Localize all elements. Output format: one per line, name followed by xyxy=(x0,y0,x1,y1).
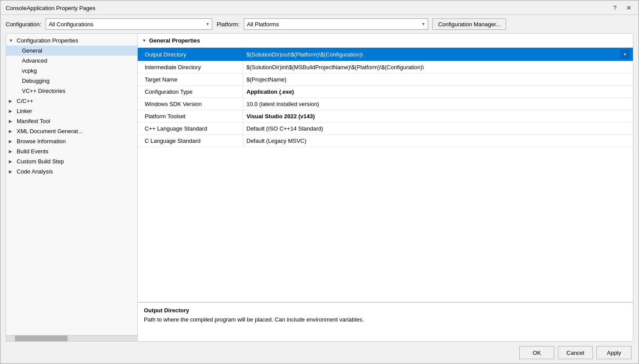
tree-item-build-events[interactable]: ▶Build Events xyxy=(6,146,137,156)
property-rows: Output Directory$(SolutionDir)out\$(Plat… xyxy=(138,48,633,147)
prop-value-platform-toolset: Visual Studio 2022 (v143) xyxy=(243,110,633,122)
platform-label: Platform: xyxy=(217,21,239,28)
info-box: Output Directory Path to where the compi… xyxy=(138,302,633,341)
prop-value-text-config-type: Application (.exe) xyxy=(246,88,629,95)
tree-arrow-config-props: ▼ xyxy=(9,38,15,43)
tree-arrow-code-analysis: ▶ xyxy=(9,169,15,174)
prop-name-output-dir: Output Directory xyxy=(138,48,243,61)
prop-value-text-platform-toolset: Visual Studio 2022 (v143) xyxy=(246,113,629,120)
dialog-title: ConsoleApplication Property Pages xyxy=(6,5,96,11)
tree-item-vcpkg[interactable]: vcpkg xyxy=(6,66,137,76)
tree-label-custom-build: Custom Build Step xyxy=(17,158,64,165)
prop-row-c-lang-std[interactable]: C Language StandardDefault (Legacy MSVC) xyxy=(138,135,633,147)
section-header: ▼ General Properties xyxy=(138,34,633,48)
prop-value-output-dir: $(SolutionDir)out\$(Platform)\$(Configur… xyxy=(243,48,633,61)
prop-value-target-name: $(ProjectName) xyxy=(243,74,633,85)
config-select-wrapper[interactable]: All Configurations xyxy=(46,18,212,30)
info-box-title: Output Directory xyxy=(144,307,627,314)
tree-item-advanced[interactable]: Advanced xyxy=(6,56,137,66)
main-content: ▼Configuration PropertiesGeneralAdvanced… xyxy=(6,33,633,342)
prop-name-windows-sdk: Windows SDK Version xyxy=(138,98,243,110)
scrollbar-area xyxy=(6,335,137,341)
tree-item-browse-info[interactable]: ▶Browse Information xyxy=(6,136,137,146)
ok-button[interactable]: OK xyxy=(519,346,554,359)
scrollbar-thumb[interactable] xyxy=(15,336,68,341)
tree-label-linker: Linker xyxy=(17,108,32,114)
tree-area: ▼Configuration PropertiesGeneralAdvanced… xyxy=(6,34,137,335)
prop-row-config-type[interactable]: Configuration TypeApplication (.exe) xyxy=(138,86,633,98)
tree-arrow-xml-doc: ▶ xyxy=(9,129,15,134)
prop-row-platform-toolset[interactable]: Platform ToolsetVisual Studio 2022 (v143… xyxy=(138,110,633,123)
prop-name-config-type: Configuration Type xyxy=(138,86,243,98)
platform-select-wrapper[interactable]: All Platforms xyxy=(244,18,428,30)
tree-arrow-manifest-tool: ▶ xyxy=(9,119,15,124)
config-manager-button[interactable]: Configuration Manager... xyxy=(432,18,506,30)
close-button[interactable]: ✕ xyxy=(623,3,635,13)
bottom-bar: OK Cancel Apply xyxy=(0,342,639,364)
section-title: General Properties xyxy=(149,37,200,44)
prop-value-text-target-name: $(ProjectName) xyxy=(246,76,629,83)
tree-item-config-props[interactable]: ▼Configuration Properties xyxy=(6,35,137,46)
tree-label-config-props: Configuration Properties xyxy=(17,37,78,44)
prop-row-target-name[interactable]: Target Name$(ProjectName) xyxy=(138,74,633,86)
tree-label-general: General xyxy=(22,47,42,54)
prop-value-text-intermediate-dir: $(SolutionDir)int\$(MSBuildProjectName)\… xyxy=(246,64,629,71)
tree-item-debugging[interactable]: Debugging xyxy=(6,76,137,86)
tree-label-advanced: Advanced xyxy=(22,57,47,64)
tree-arrow-cpp: ▶ xyxy=(9,99,15,103)
tree-label-xml-doc: XML Document Generat... xyxy=(17,128,83,134)
prop-row-cpp-lang-std[interactable]: C++ Language StandardDefault (ISO C++14 … xyxy=(138,123,633,135)
prop-value-config-type: Application (.exe) xyxy=(243,86,633,98)
section-arrow: ▼ xyxy=(142,38,146,43)
prop-value-text-output-dir: $(SolutionDir)out\$(Platform)\$(Configur… xyxy=(246,51,621,58)
help-button[interactable]: ? xyxy=(609,3,621,13)
tree-item-xml-doc[interactable]: ▶XML Document Generat... xyxy=(6,126,137,136)
tree-label-vc-dirs: VC++ Directories xyxy=(22,88,65,94)
tree-arrow-browse-info: ▶ xyxy=(9,139,15,144)
top-bar: Configuration: All Configurations Platfo… xyxy=(0,15,639,33)
prop-value-text-cpp-lang-std: Default (ISO C++14 Standard) xyxy=(246,125,629,132)
prop-dropdown-btn-output-dir[interactable]: ▼ xyxy=(621,50,629,59)
cancel-button[interactable]: Cancel xyxy=(558,346,593,359)
prop-value-windows-sdk: 10.0 (latest installed version) xyxy=(243,98,633,110)
platform-select[interactable]: All Platforms xyxy=(244,18,428,30)
prop-value-text-c-lang-std: Default (Legacy MSVC) xyxy=(246,138,629,144)
tree-label-browse-info: Browse Information xyxy=(17,138,66,145)
tree-item-custom-build[interactable]: ▶Custom Build Step xyxy=(6,156,137,166)
properties-area: ▼ General Properties Output Directory$(S… xyxy=(138,34,633,302)
prop-name-cpp-lang-std: C++ Language Standard xyxy=(138,123,243,134)
tree-label-build-events: Build Events xyxy=(17,148,48,155)
title-bar: ConsoleApplication Property Pages ? ✕ xyxy=(0,0,639,15)
tree-item-linker[interactable]: ▶Linker xyxy=(6,106,137,116)
info-box-text: Path to where the compiled program will … xyxy=(144,316,627,323)
property-pages-dialog: ConsoleApplication Property Pages ? ✕ Co… xyxy=(0,0,639,364)
apply-button[interactable]: Apply xyxy=(596,346,632,359)
left-panel: ▼Configuration PropertiesGeneralAdvanced… xyxy=(6,34,138,341)
tree-label-debugging: Debugging xyxy=(22,78,50,84)
prop-name-platform-toolset: Platform Toolset xyxy=(138,110,243,122)
tree-item-cpp[interactable]: ▶C/C++ xyxy=(6,96,137,106)
tree-label-vcpkg: vcpkg xyxy=(22,67,37,74)
prop-value-c-lang-std: Default (Legacy MSVC) xyxy=(243,135,633,147)
prop-value-cpp-lang-std: Default (ISO C++14 Standard) xyxy=(243,123,633,134)
tree-arrow-build-events: ▶ xyxy=(9,149,15,154)
prop-value-intermediate-dir: $(SolutionDir)int\$(MSBuildProjectName)\… xyxy=(243,61,633,73)
configuration-select[interactable]: All Configurations xyxy=(46,18,212,30)
tree-item-vc-dirs[interactable]: VC++ Directories xyxy=(6,86,137,96)
config-label: Configuration: xyxy=(6,21,41,28)
tree-arrow-linker: ▶ xyxy=(9,109,15,113)
title-bar-controls: ? ✕ xyxy=(609,3,635,13)
tree-item-code-analysis[interactable]: ▶Code Analysis xyxy=(6,166,137,177)
prop-row-windows-sdk[interactable]: Windows SDK Version10.0 (latest installe… xyxy=(138,98,633,110)
tree-label-cpp: C/C++ xyxy=(17,98,33,104)
tree-label-code-analysis: Code Analysis xyxy=(17,168,53,175)
tree-item-manifest-tool[interactable]: ▶Manifest Tool xyxy=(6,116,137,126)
prop-row-intermediate-dir[interactable]: Intermediate Directory$(SolutionDir)int\… xyxy=(138,61,633,74)
prop-row-output-dir[interactable]: Output Directory$(SolutionDir)out\$(Plat… xyxy=(138,48,633,61)
tree-arrow-custom-build: ▶ xyxy=(9,159,15,164)
tree-item-general[interactable]: General xyxy=(6,46,137,56)
prop-name-c-lang-std: C Language Standard xyxy=(138,135,243,147)
prop-value-text-windows-sdk: 10.0 (latest installed version) xyxy=(246,101,629,107)
right-panel: ▼ General Properties Output Directory$(S… xyxy=(138,34,633,341)
prop-name-intermediate-dir: Intermediate Directory xyxy=(138,61,243,73)
